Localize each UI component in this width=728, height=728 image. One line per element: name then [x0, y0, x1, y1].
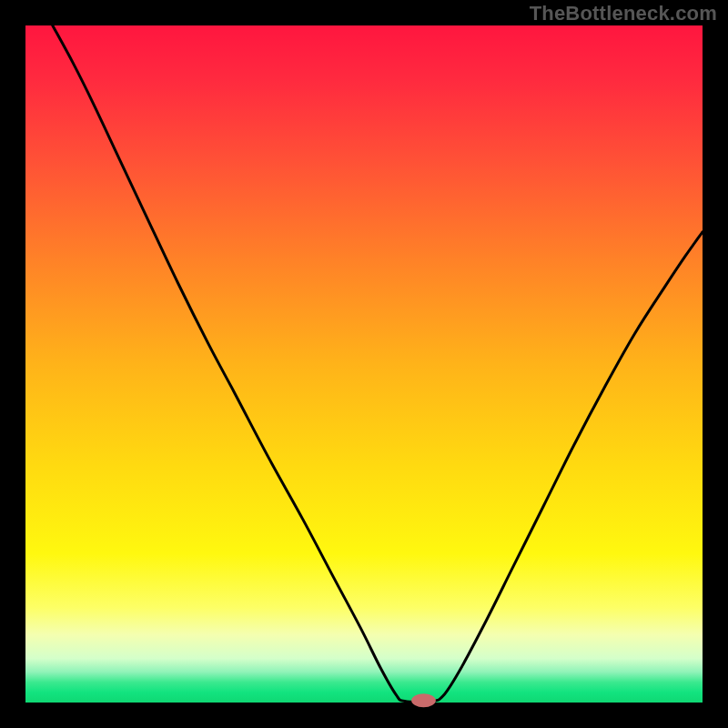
- plot-gradient: [25, 25, 703, 703]
- chart-frame: TheBottleneck.com: [0, 0, 728, 728]
- watermark-text: TheBottleneck.com: [530, 2, 717, 25]
- minimum-marker: [411, 693, 436, 707]
- chart-svg: [0, 0, 728, 728]
